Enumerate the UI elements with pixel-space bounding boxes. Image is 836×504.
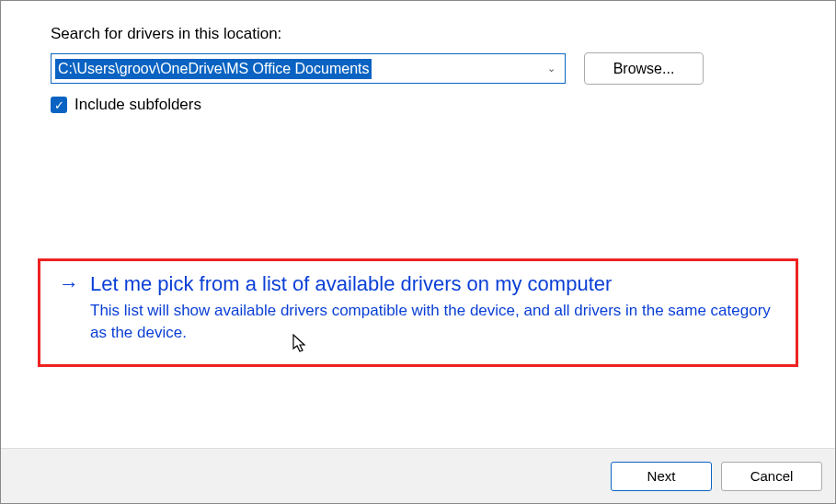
next-button[interactable]: Next — [611, 462, 712, 491]
include-subfolders-label: Include subfolders — [74, 96, 201, 114]
footer-bar: Next Cancel — [1, 448, 835, 503]
include-subfolders-checkbox[interactable]: ✓ — [51, 97, 67, 113]
arrow-right-icon: → — [59, 272, 79, 296]
location-path-text: C:\Users\groov\OneDrive\MS Office Docume… — [55, 59, 372, 79]
option-description: This list will show available drivers co… — [90, 300, 771, 344]
include-subfolders-row[interactable]: ✓ Include subfolders — [51, 96, 785, 114]
check-icon: ✓ — [54, 99, 64, 111]
cancel-button[interactable]: Cancel — [721, 462, 822, 491]
browse-button[interactable]: Browse... — [584, 52, 704, 85]
option-header: → Let me pick from a list of available d… — [59, 272, 777, 296]
search-location-label: Search for drivers in this location: — [51, 25, 785, 43]
path-row: C:\Users\groov\OneDrive\MS Office Docume… — [51, 52, 785, 85]
chevron-down-icon: ⌄ — [547, 63, 559, 74]
option-title: Let me pick from a list of available dri… — [90, 272, 612, 296]
pick-from-list-option[interactable]: → Let me pick from a list of available d… — [38, 258, 798, 367]
content-area: Search for drivers in this location: C:\… — [1, 1, 835, 448]
location-combobox[interactable]: C:\Users\groov\OneDrive\MS Office Docume… — [51, 53, 566, 84]
